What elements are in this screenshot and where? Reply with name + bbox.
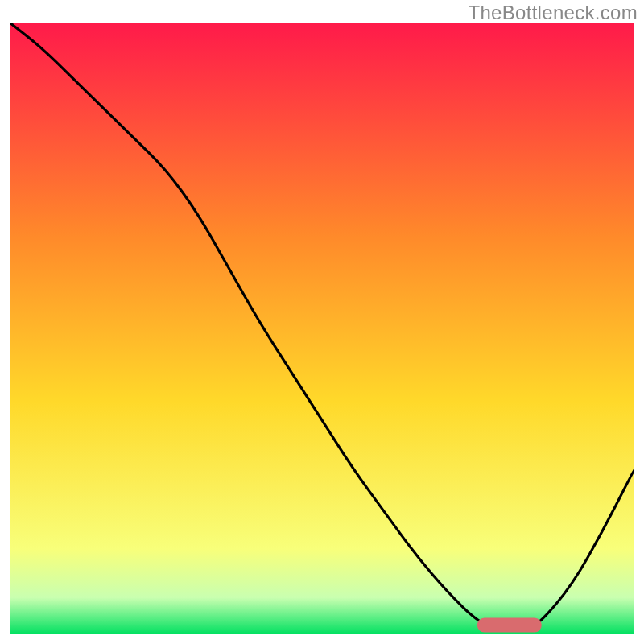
watermark-text: TheBottleneck.com — [468, 2, 638, 24]
plot-area — [10, 23, 634, 634]
gradient-bg — [10, 23, 634, 634]
chart-svg — [10, 23, 634, 634]
bottleneck-chart: TheBottleneck.com — [0, 0, 644, 644]
